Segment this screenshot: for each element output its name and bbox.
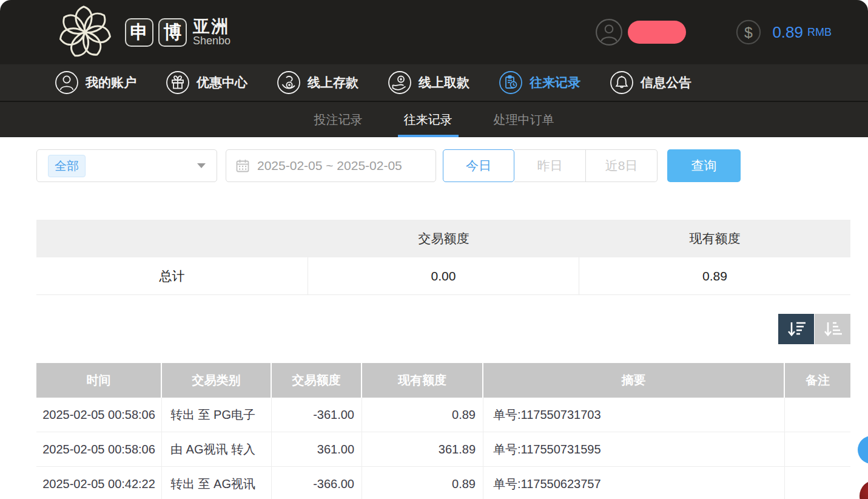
cell-time: 2025-02-05 00:58:06 bbox=[36, 398, 162, 432]
header-type: 交易类别 bbox=[162, 363, 272, 398]
summary-total-row: 总计 0.00 0.89 bbox=[36, 257, 850, 295]
main-navigation: 我的账户 优惠中心 线上存款 bbox=[0, 64, 868, 101]
cell-note bbox=[785, 398, 850, 432]
header-amount: 交易额度 bbox=[272, 363, 362, 398]
page: 申 博 亚洲 Shenbo $ 0.89 RMB bbox=[0, 0, 868, 499]
cell-amount: -361.00 bbox=[272, 398, 362, 432]
nav-item-label: 优惠中心 bbox=[197, 74, 247, 91]
dollar-coin-icon: $ bbox=[736, 19, 761, 45]
nav-item-label: 线上存款 bbox=[308, 74, 358, 91]
floating-help-button[interactable] bbox=[860, 480, 868, 499]
chevron-down-icon bbox=[197, 163, 206, 168]
selected-type-chip[interactable]: 全部 bbox=[48, 155, 86, 177]
deposit-icon bbox=[277, 70, 301, 95]
header-balance: 现有额度 bbox=[362, 363, 483, 398]
yesterday-button[interactable]: 昨日 bbox=[514, 149, 586, 182]
cell-summary: 单号:117550623757 bbox=[483, 467, 785, 499]
tab-betting-records[interactable]: 投注记录 bbox=[308, 102, 369, 137]
withdraw-icon bbox=[388, 70, 412, 95]
records-header-row: 时间 交易类别 交易额度 现有额度 摘要 备注 bbox=[36, 363, 850, 398]
summary-trade-total: 0.00 bbox=[308, 257, 579, 294]
brand-char-box: 申 bbox=[125, 18, 153, 47]
active-tab-underline bbox=[398, 135, 459, 137]
cell-time: 2025-02-05 00:58:06 bbox=[36, 432, 162, 466]
header-summary: 摘要 bbox=[483, 363, 785, 398]
sort-controls bbox=[778, 314, 850, 344]
quick-date-buttons: 今日 昨日 近8日 bbox=[443, 149, 658, 182]
search-button[interactable]: 查询 bbox=[667, 149, 741, 182]
sort-ascending-icon bbox=[823, 320, 843, 338]
type-filter-select[interactable]: 全部 bbox=[36, 149, 217, 182]
cell-balance: 0.89 bbox=[362, 467, 483, 499]
svg-text:$: $ bbox=[744, 24, 753, 41]
balance-currency: RMB bbox=[807, 26, 832, 39]
nav-item-label: 信息公告 bbox=[641, 74, 691, 91]
cell-amount: 361.00 bbox=[272, 432, 362, 466]
cell-note bbox=[785, 432, 850, 466]
summary-header-balance: 现有额度 bbox=[579, 220, 850, 257]
sort-ascending-button[interactable] bbox=[815, 314, 850, 344]
account-icon bbox=[55, 70, 79, 95]
top-header: 申 博 亚洲 Shenbo $ 0.89 RMB bbox=[0, 0, 868, 64]
sort-descending-icon bbox=[786, 320, 807, 338]
tab-processing-orders[interactable]: 处理中订单 bbox=[488, 102, 560, 137]
floating-service-button[interactable] bbox=[858, 436, 868, 464]
table-row: 2025-02-05 00:42:22 转出 至 AG视讯 -366.00 0.… bbox=[36, 467, 850, 499]
summary-header-trade: 交易额度 bbox=[308, 220, 579, 257]
header-note: 备注 bbox=[785, 363, 850, 398]
records-icon bbox=[499, 70, 523, 95]
quick-button-label: 昨日 bbox=[537, 157, 563, 174]
header-time: 时间 bbox=[36, 363, 162, 398]
brand-logo[interactable]: 申 博 亚洲 Shenbo bbox=[53, 2, 230, 63]
tab-transaction-records[interactable]: 往来记录 bbox=[398, 102, 459, 137]
cell-summary: 单号:117550731703 bbox=[483, 398, 785, 432]
cell-type: 转出 至 AG视讯 bbox=[162, 467, 272, 499]
record-tabs: 投注记录 往来记录 处理中订单 bbox=[0, 101, 868, 137]
cell-note bbox=[785, 467, 850, 499]
date-range-input[interactable]: 2025-02-05 ~ 2025-02-05 bbox=[226, 149, 436, 182]
nav-item-announcements[interactable]: 信息公告 bbox=[610, 70, 691, 95]
nav-item-withdraw[interactable]: 线上取款 bbox=[388, 70, 469, 95]
user-avatar-icon[interactable] bbox=[595, 18, 623, 46]
cell-time: 2025-02-05 00:42:22 bbox=[36, 467, 162, 499]
cell-balance: 0.89 bbox=[362, 398, 483, 432]
flower-logo-icon bbox=[53, 2, 116, 63]
summary-table: 交易额度 现有额度 总计 0.00 0.89 bbox=[36, 220, 850, 295]
quick-button-label: 近8日 bbox=[605, 157, 638, 174]
tab-label: 往来记录 bbox=[404, 112, 453, 128]
tab-label: 投注记录 bbox=[314, 112, 363, 128]
last-8-days-button[interactable]: 近8日 bbox=[586, 149, 658, 182]
nav-item-label: 线上取款 bbox=[419, 74, 469, 91]
sort-descending-button[interactable] bbox=[778, 314, 814, 344]
cell-type: 由 AG视讯 转入 bbox=[162, 432, 272, 466]
summary-total-label: 总计 bbox=[36, 257, 308, 294]
nav-item-label: 我的账户 bbox=[86, 74, 136, 91]
gift-icon bbox=[166, 70, 190, 95]
summary-corner-cell bbox=[36, 220, 308, 257]
brand-characters: 申 博 bbox=[125, 18, 187, 47]
records-table: 时间 交易类别 交易额度 现有额度 摘要 备注 2025-02-05 00:58… bbox=[36, 363, 850, 499]
nav-item-deposit[interactable]: 线上存款 bbox=[277, 70, 358, 95]
balance-display[interactable]: $ 0.89 RMB bbox=[736, 19, 832, 45]
nav-item-label: 往来记录 bbox=[530, 74, 580, 91]
quick-button-label: 今日 bbox=[466, 157, 491, 174]
table-row: 2025-02-05 00:58:06 转出 至 PG电子 -361.00 0.… bbox=[36, 398, 850, 432]
summary-balance-total: 0.89 bbox=[579, 257, 850, 294]
table-row: 2025-02-05 00:58:06 由 AG视讯 转入 361.00 361… bbox=[36, 432, 850, 467]
date-range-value: 2025-02-05 ~ 2025-02-05 bbox=[257, 158, 402, 173]
cell-summary: 单号:117550731595 bbox=[483, 432, 785, 466]
nav-item-my-account[interactable]: 我的账户 bbox=[55, 70, 136, 95]
today-button[interactable]: 今日 bbox=[443, 149, 514, 182]
balance-amount: 0.89 bbox=[772, 23, 803, 42]
cell-balance: 361.89 bbox=[362, 432, 483, 466]
tab-label: 处理中订单 bbox=[494, 112, 554, 128]
brand-char-box: 博 bbox=[158, 18, 187, 47]
brand-latin-text: Shenbo bbox=[193, 35, 230, 47]
nav-item-transaction-records[interactable]: 往来记录 bbox=[499, 70, 580, 95]
calendar-icon bbox=[235, 158, 250, 173]
username-redacted bbox=[628, 21, 686, 44]
cell-amount: -366.00 bbox=[272, 467, 362, 499]
brand-region-text: 亚洲 bbox=[193, 18, 230, 35]
nav-item-promotions[interactable]: 优惠中心 bbox=[166, 70, 247, 95]
summary-header-row: 交易额度 现有额度 bbox=[36, 220, 850, 257]
